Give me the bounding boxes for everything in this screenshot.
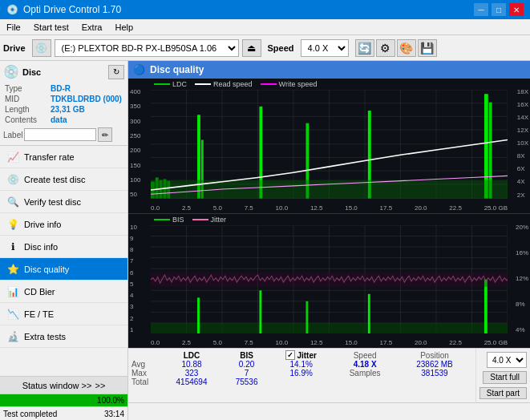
menu-start-test[interactable]: Start test [27, 21, 75, 34]
dq-title: Disc quality [150, 64, 204, 75]
chart2-svg [151, 225, 508, 334]
stats-table: LDC BIS ✓ Jitter Speed Position [131, 350, 472, 386]
settings-icon[interactable]: ⚙ [376, 39, 395, 57]
avg-jitter: 14.1% [269, 360, 333, 369]
status-time: 33:14 [104, 410, 124, 418]
svg-rect-54 [197, 297, 200, 333]
disc-icon: 💿 [3, 64, 19, 79]
refresh-icon[interactable]: 🔄 [355, 39, 374, 57]
type-value: BD-R [51, 84, 123, 93]
stats-total-row: Total 4154694 75536 [131, 378, 472, 386]
svg-rect-58 [484, 279, 488, 333]
disc-refresh-button[interactable]: ↻ [108, 65, 124, 79]
label-edit-button[interactable]: ✏ [98, 127, 112, 142]
nav-fe-te[interactable]: 📉 FE / TE [0, 303, 127, 325]
nav-transfer-rate[interactable]: 📈 Transfer rate [0, 146, 127, 168]
stats-row-header [131, 350, 160, 360]
stats-jitter-check-cell: ✓ Jitter [269, 350, 333, 360]
read-speed-color [195, 83, 211, 85]
stats-avg-row: Avg 10.88 0.20 14.1% 4.18 X 23862 MB [131, 360, 472, 369]
chart2-y-axis-right: 20% 16% 12% 8% 4% [516, 224, 528, 334]
bis-color [154, 219, 170, 220]
legend-read-speed: Read speed [195, 80, 253, 88]
stats-right-controls: 4.0 X 2.0 X 8.0 X Start full Start part [475, 349, 530, 402]
status-message: Test completed [3, 410, 57, 418]
toolbar-icons: 🔄 ⚙ 🎨 💾 [355, 39, 437, 57]
nav-disc-info[interactable]: ℹ Disc info [0, 236, 127, 258]
disc-header: 💿 Disc ↻ [3, 64, 124, 79]
drive-eject-button[interactable]: ⏏ [242, 39, 261, 57]
max-ldc: 323 [160, 369, 224, 378]
legend-bis: BIS [154, 216, 184, 224]
right-panel: 🔵 Disc quality LDC Read speed [128, 61, 530, 420]
stats-bar: LDC BIS ✓ Jitter Speed Position [128, 348, 530, 420]
nav-verify-test-disc[interactable]: 🔍 Verify test disc [0, 191, 127, 213]
ldc-color [154, 83, 170, 85]
disc-info-icon: ℹ [6, 240, 19, 253]
maximize-button[interactable]: □ [492, 3, 506, 16]
close-button[interactable]: ✕ [509, 3, 524, 16]
mid-label: MID [5, 95, 49, 103]
drive-select[interactable]: (E:) PLEXTOR BD-R PX-LB950SA 1.06 [55, 39, 239, 57]
nav-cd-bier[interactable]: 📊 CD Bier [0, 281, 127, 303]
menu-help[interactable]: Help [108, 21, 140, 34]
start-full-button[interactable]: Start full [483, 371, 527, 384]
minimize-button[interactable]: ─ [474, 3, 488, 16]
label-input[interactable] [24, 128, 96, 141]
verify-test-disc-icon: 🔍 [6, 196, 19, 208]
jitter-col-label: Jitter [297, 351, 316, 360]
nav-verify-test-disc-label: Verify test disc [24, 197, 81, 207]
save-icon[interactable]: 💾 [418, 39, 437, 57]
length-label: Length [5, 105, 49, 114]
avg-ldc: 10.88 [160, 360, 224, 369]
bis-label: BIS [172, 216, 184, 224]
status-window-button[interactable]: Status window >> >> [0, 377, 127, 394]
ldc-label: LDC [172, 80, 187, 88]
disc-mid-row: MID TDKBLDRBD (000) [5, 95, 123, 103]
samples-cell: 381539 [397, 369, 472, 378]
stats-header-row: LDC BIS ✓ Jitter Speed Position [131, 350, 472, 360]
samples-value: 381539 [421, 369, 447, 378]
stats-position-header: Position [397, 350, 472, 360]
drive-eject-icon[interactable]: 💿 [32, 39, 51, 57]
menu-file[interactable]: File [0, 21, 27, 34]
nav-create-test-disc-label: Create test disc [24, 175, 85, 184]
status-window-label: Status window >> [22, 381, 92, 390]
jitter-checkbox[interactable]: ✓ [285, 350, 295, 360]
nav-create-test-disc[interactable]: 💿 Create test disc [0, 168, 127, 191]
total-ldc: 4154694 [160, 378, 224, 386]
samples-label: Samples [350, 369, 381, 378]
jitter-checkbox-section: ✓ Jitter [269, 350, 333, 360]
nav-disc-quality[interactable]: ⭐ Disc quality [0, 258, 127, 281]
disc-length-row: Length 23,31 GB [5, 105, 123, 114]
mid-value: TDKBLDRBD (000) [51, 95, 123, 103]
dq-icon: 🔵 [133, 64, 145, 75]
max-label: Max [131, 369, 160, 378]
menu-extra[interactable]: Extra [75, 21, 109, 34]
stats-bis-header: BIS [224, 350, 269, 360]
nav-disc-info-label: Disc info [24, 242, 58, 252]
palette-icon[interactable]: 🎨 [397, 39, 416, 57]
nav-transfer-rate-label: Transfer rate [24, 152, 75, 162]
legend-write-speed: Write speed [261, 80, 318, 88]
stats-speed-header: Speed [333, 350, 397, 360]
disc-quality-header: 🔵 Disc quality [128, 61, 530, 79]
avg-bis: 0.20 [224, 360, 269, 369]
titlebar-title: 💿 Opti Drive Control 1.70 [6, 4, 121, 15]
max-jitter: 16.9% [269, 369, 333, 378]
disc-type-row: Type BD-R [5, 84, 123, 93]
avg-label: Avg [131, 360, 160, 369]
stats-ldc-header: LDC [160, 350, 224, 360]
nav-drive-info[interactable]: 💡 Drive info [0, 213, 127, 236]
chart1-container: LDC Read speed Write speed 400 350 300 [128, 79, 530, 214]
chart1-svg [151, 90, 508, 199]
disc-info-table: Type BD-R MID TDKBLDRBD (000) Length 23,… [3, 83, 124, 126]
speed-select[interactable]: 4.0 X 2.0 X 8.0 X [301, 39, 349, 57]
nav-extra-tests[interactable]: 🔬 Extra tests [0, 325, 127, 348]
label-field-label: Label [3, 131, 22, 139]
status-window-arrow: >> [95, 381, 105, 390]
label-row: Label ✏ [3, 127, 124, 142]
start-part-button[interactable]: Start part [479, 387, 527, 400]
stats-speed-select[interactable]: 4.0 X 2.0 X 8.0 X [487, 352, 527, 368]
create-test-disc-icon: 💿 [6, 173, 19, 186]
